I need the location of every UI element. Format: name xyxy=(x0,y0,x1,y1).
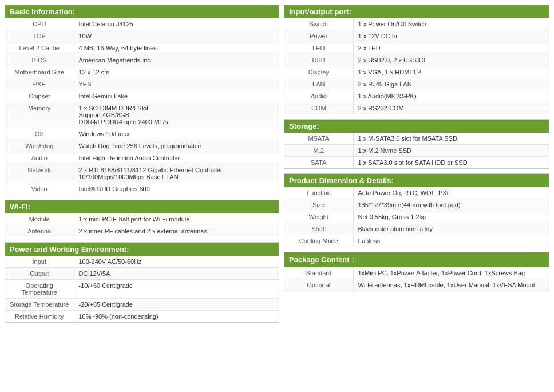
row-value: Wi-Fi antennas, 1xHDMI cable, 1xUser Man… xyxy=(353,279,549,291)
row-value: DC 12V/5A xyxy=(74,268,279,280)
row-label: Memory xyxy=(5,102,74,128)
row-value: 2 x RS232 COM xyxy=(353,102,549,114)
row-label: Operating Temperature xyxy=(5,280,74,299)
table-row: FunctionAuto Power On, RTC, WOL, PXE xyxy=(284,187,549,199)
table-row: OutputDC 12V/5A xyxy=(5,268,279,280)
basic-info-header: Basic Information: xyxy=(5,5,279,18)
product-dim-header: Product Dimension & Details: xyxy=(284,174,549,187)
table-row: Switch1 x Power On/Off Switch xyxy=(284,18,549,30)
package-section: Package Content： Standard1xMini PC, 1xPo… xyxy=(284,252,549,291)
row-value: 1 x VGA, 1 x HDMI 1.4 xyxy=(353,66,549,78)
row-value: Intel® UHD Graphics 600 xyxy=(74,183,279,195)
row-label: Optional xyxy=(284,279,353,291)
row-label: Audio xyxy=(5,152,74,164)
table-row: BIOSAmerican Megatrends Inc xyxy=(5,54,279,66)
row-value: Intel Gemini Lake xyxy=(74,90,279,102)
table-row: Audio1 x Audio(MIC&SPK) xyxy=(284,90,549,102)
row-value: 10%~90% (non-condensing) xyxy=(74,311,279,323)
product-dim-table: FunctionAuto Power On, RTC, WOL, PXESize… xyxy=(284,187,549,247)
row-label: OS xyxy=(5,128,74,140)
table-row: TDP10W xyxy=(5,30,279,42)
row-label: Antenna xyxy=(5,225,74,237)
row-value: 2 x inner RF cables and 2 x external ant… xyxy=(74,225,279,237)
wifi-section: Wi-Fi: Module1 x mini PCIE-half port for… xyxy=(5,200,279,237)
row-value: Auto Power On, RTC, WOL, PXE xyxy=(353,187,549,199)
table-row: AudioIntel High Definition Audio Control… xyxy=(5,152,279,164)
row-value: 2 x RJ45 Giga LAN xyxy=(353,78,549,90)
row-label: PXE xyxy=(5,78,74,90)
row-value: 135*127*39mm(44mm with foot pad) xyxy=(353,199,549,211)
row-value: 12 x 12 cm xyxy=(74,66,279,78)
row-value: Fanless xyxy=(353,235,549,247)
table-row: Input100-240V AC/50-60Hz xyxy=(5,256,279,268)
row-value: 1xMini PC, 1xPower Adapter, 1xPower Cord… xyxy=(353,267,549,279)
row-label: Weight xyxy=(284,211,353,223)
io-table: Switch1 x Power On/Off SwitchPower1 x 12… xyxy=(284,18,549,114)
row-label: Shell xyxy=(284,223,353,235)
table-row: Display1 x VGA, 1 x HDMI 1.4 xyxy=(284,66,549,78)
row-label: Standard xyxy=(284,267,353,279)
row-value: -20/+85 Centigrade xyxy=(74,299,279,311)
row-value: 1 x 12V DC In xyxy=(353,30,549,42)
row-label: Input xyxy=(5,256,74,268)
row-label: Network xyxy=(5,164,74,183)
row-value: 1 x SATA3.0 slot for SATA HDD or SSD xyxy=(353,157,549,169)
row-value: 100-240V AC/50-60Hz xyxy=(74,256,279,268)
row-label: Relative Humidity xyxy=(5,311,74,323)
table-row: Memory1 x SO-DIMM DDR4 SlotSupport 4GB/8… xyxy=(5,102,279,128)
row-label: Display xyxy=(284,66,353,78)
row-label: COM xyxy=(284,102,353,114)
row-value: YES xyxy=(74,78,279,90)
row-value: 1 x M.2 Nvme SSD xyxy=(353,145,549,157)
table-row: ShellBlack color aluminum alloy xyxy=(284,223,549,235)
wifi-header: Wi-Fi: xyxy=(5,200,279,213)
row-label: USB xyxy=(284,54,353,66)
power-table: Input100-240V AC/50-60HzOutputDC 12V/5AO… xyxy=(5,256,279,322)
table-row: ChipsetIntel Gemini Lake xyxy=(5,90,279,102)
row-value: 1 x mini PCIE-half port for Wi-Fi module xyxy=(74,213,279,225)
product-dim-section: Product Dimension & Details: FunctionAut… xyxy=(284,173,549,247)
wifi-table: Module1 x mini PCIE-half port for Wi-Fi … xyxy=(5,213,279,237)
row-value: American Megatrends Inc xyxy=(74,54,279,66)
row-value: Watch Dog Time 256 Levels, programmable xyxy=(74,140,279,152)
left-column: Basic Information: CPUIntel Celeron J412… xyxy=(5,5,279,323)
table-row: USB2 x USB2.0, 2 x USB3.0 xyxy=(284,54,549,66)
right-column: Input/output port: Switch1 x Power On/Of… xyxy=(284,5,549,323)
row-value: 1 x Audio(MIC&SPK) xyxy=(353,90,549,102)
table-row: Size135*127*39mm(44mm with foot pad) xyxy=(284,199,549,211)
table-row: Relative Humidity10%~90% (non-condensing… xyxy=(5,311,279,323)
row-value: 1 x SO-DIMM DDR4 SlotSupport 4GB/8GBDDR4… xyxy=(74,102,279,128)
table-row: LAN2 x RJ45 Giga LAN xyxy=(284,78,549,90)
table-row: SATA1 x SATA3.0 slot for SATA HDD or SSD xyxy=(284,157,549,169)
table-row: COM2 x RS232 COM xyxy=(284,102,549,114)
row-label: BIOS xyxy=(5,54,74,66)
table-row: Power1 x 12V DC In xyxy=(284,30,549,42)
io-section: Input/output port: Switch1 x Power On/Of… xyxy=(284,5,549,114)
row-label: Function xyxy=(284,187,353,199)
row-label: Storage Temperature xyxy=(5,299,74,311)
row-value: Net 0.55kg, Gross 1.2kg xyxy=(353,211,549,223)
power-header: Power and Working Environment: xyxy=(5,243,279,256)
row-label: Size xyxy=(284,199,353,211)
table-row: PXEYES xyxy=(5,78,279,90)
table-row: WatchdogWatch Dog Time 256 Levels, progr… xyxy=(5,140,279,152)
table-row: CPUIntel Celeron J4125 xyxy=(5,18,279,30)
row-value: 2 x LED xyxy=(353,42,549,54)
table-row: Cooling ModeFanless xyxy=(284,235,549,247)
table-row: Antenna2 x inner RF cables and 2 x exter… xyxy=(5,225,279,237)
row-label: Watchdog xyxy=(5,140,74,152)
row-label: TDP xyxy=(5,30,74,42)
power-section: Power and Working Environment: Input100-… xyxy=(5,242,279,323)
storage-header: Storage: xyxy=(284,120,549,133)
table-row: MSATA1 x M-SATA3.0 slot for MSATA SSD xyxy=(284,133,549,145)
package-header: Package Content： xyxy=(284,252,549,267)
row-label: LAN xyxy=(284,78,353,90)
row-label: LED xyxy=(284,42,353,54)
row-value: -10/+60 Centigrade xyxy=(74,280,279,299)
table-row: LED2 x LED xyxy=(284,42,549,54)
page: Basic Information: CPUIntel Celeron J412… xyxy=(0,0,554,327)
row-label: Module xyxy=(5,213,74,225)
table-row: Motherboard Size12 x 12 cm xyxy=(5,66,279,78)
row-label: Output xyxy=(5,268,74,280)
row-value: 2 x RTL8168/8111/8112 Gigabit Ethernet C… xyxy=(74,164,279,183)
